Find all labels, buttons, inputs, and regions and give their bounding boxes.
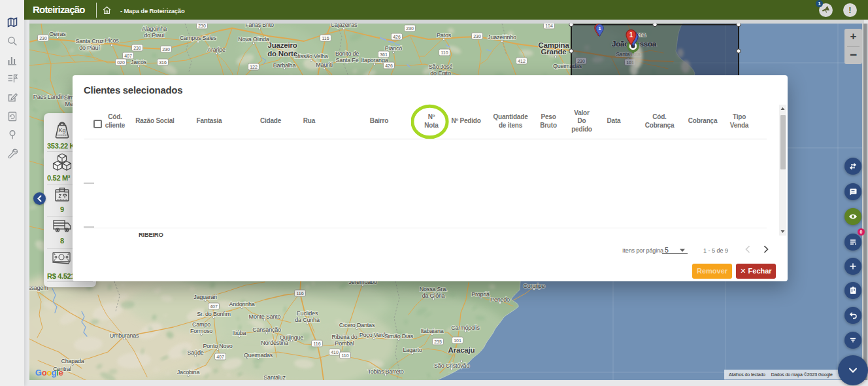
svg-text:316: 316	[159, 60, 167, 65]
svg-text:Patos: Patos	[437, 32, 452, 39]
svg-text:Sr. do Bonfim: Sr. do Bonfim	[197, 311, 230, 317]
svg-text:Umburanas: Umburanas	[110, 332, 139, 339]
svg-text:do Piauí: do Piauí	[79, 44, 100, 51]
svg-text:Juazeirinho: Juazeirinho	[488, 34, 516, 41]
svg-text:Piancó: Piancó	[385, 45, 403, 52]
svg-text:Pombal: Pombal	[335, 340, 354, 347]
svg-text:Tobias Barreto: Tobias Barreto	[367, 368, 403, 375]
svg-text:407: 407	[210, 304, 218, 309]
svg-text:Aracaju: Aracaju	[448, 346, 475, 354]
svg-text:407: 407	[124, 54, 132, 58]
svg-text:Nordestina: Nordestina	[261, 340, 288, 346]
svg-text:Monte Santo: Monte Santo	[249, 313, 281, 320]
svg-text:Jaguarari: Jaguarari	[193, 294, 217, 300]
svg-text:426: 426	[393, 35, 401, 39]
svg-text:230: 230	[162, 47, 170, 52]
svg-text:110: 110	[341, 353, 348, 358]
svg-text:Carmópolis: Carmópolis	[451, 325, 480, 331]
svg-text:Bonito de: Bonito de	[335, 50, 359, 57]
svg-text:Cicero Dantas: Cicero Dantas	[339, 322, 375, 328]
svg-text:Saúde: Saúde	[187, 349, 203, 356]
svg-text:Santa Cruz: Santa Cruz	[75, 38, 104, 44]
svg-text:Penedo: Penedo	[490, 296, 510, 303]
svg-text:Missão Velha: Missão Velha	[294, 53, 327, 60]
svg-text:Araripe: Araripe	[207, 46, 225, 53]
svg-text:Oeiras: Oeiras	[49, 31, 66, 37]
svg-text:Grande: Grande	[541, 48, 566, 56]
svg-text:Santa Fé: Santa Fé	[336, 57, 359, 63]
svg-text:Formoso: Formoso	[190, 328, 212, 334]
svg-text:407: 407	[216, 355, 224, 359]
svg-text:Kg: Kg	[58, 127, 65, 133]
svg-text:Simão Dias: Simão Dias	[384, 333, 414, 340]
svg-text:1: 1	[598, 26, 601, 31]
svg-text:230: 230	[198, 24, 206, 28]
svg-text:122: 122	[250, 65, 258, 69]
svg-text:Lagarto: Lagarto	[403, 347, 422, 353]
svg-text:Itabaiana: Itabaiana	[420, 328, 443, 334]
svg-text:116: 116	[313, 342, 320, 346]
svg-text:Coruripe: Coruripe	[524, 283, 545, 289]
svg-text:Jaicós: Jaicós	[131, 59, 147, 65]
svg-text:Santaluz: Santaluz	[263, 374, 286, 380]
svg-text:Nossa Sra.: Nossa Sra.	[420, 286, 448, 292]
svg-text:Ribeira do: Ribeira do	[331, 334, 357, 340]
svg-text:Mauriti: Mauriti	[316, 61, 333, 68]
svg-text:Andorinha: Andorinha	[229, 301, 254, 307]
svg-text:Nova Olinda: Nova Olinda	[238, 36, 269, 43]
svg-text:361: 361	[380, 52, 388, 57]
svg-text:235: 235	[434, 340, 442, 344]
svg-text:230: 230	[39, 36, 47, 41]
svg-text:412: 412	[518, 59, 526, 63]
svg-text:Campo: Campo	[192, 321, 210, 328]
svg-text:426: 426	[385, 63, 393, 68]
svg-text:116: 116	[296, 291, 303, 296]
svg-text:do Piauí: do Piauí	[144, 32, 165, 39]
svg-text:Paes Landim: Paes Landim	[33, 94, 66, 100]
svg-text:116: 116	[322, 36, 329, 41]
svg-text:Campos Sales: Campos Sales	[180, 35, 217, 41]
svg-text:do Norte: do Norte	[267, 50, 297, 58]
svg-text:Farias Brito: Farias Brito	[245, 24, 274, 28]
svg-text:1: 1	[629, 31, 633, 39]
svg-text:Euclides: Euclides	[297, 310, 318, 317]
svg-text:Propriá: Propriá	[471, 291, 490, 298]
svg-text:104: 104	[545, 24, 553, 28]
svg-text:São José: São José	[429, 63, 452, 70]
svg-text:Cajazeiras: Cajazeiras	[331, 24, 358, 28]
svg-text:Cansanção: Cansanção	[252, 326, 281, 333]
svg-text:Itiúba: Itiúba	[233, 330, 246, 336]
svg-text:Queimadas: Queimadas	[244, 352, 273, 359]
svg-text:410: 410	[331, 350, 339, 355]
svg-text:230: 230	[406, 26, 414, 31]
svg-text:020: 020	[117, 60, 125, 65]
svg-text:Picos: Picos	[105, 37, 119, 44]
svg-text:Alagoinha: Alagoinha	[142, 26, 167, 32]
svg-text:101: 101	[454, 338, 461, 343]
svg-text:Jacobina: Jacobina	[177, 369, 200, 376]
svg-text:230: 230	[133, 46, 141, 50]
svg-text:Juazeiro: Juazeiro	[267, 41, 297, 49]
svg-text:São Cristóvão: São Cristóvão	[434, 362, 469, 369]
svg-text:110: 110	[441, 50, 448, 55]
svg-text:230: 230	[473, 34, 481, 39]
svg-text:Barbalha: Barbalha	[273, 62, 296, 69]
svg-text:Ponto Novo: Ponto Novo	[203, 343, 232, 349]
svg-text:da Cunha: da Cunha	[295, 317, 320, 323]
svg-text:da Glória: da Glória	[422, 292, 445, 299]
svg-text:Chapada: Chapada	[61, 358, 84, 364]
